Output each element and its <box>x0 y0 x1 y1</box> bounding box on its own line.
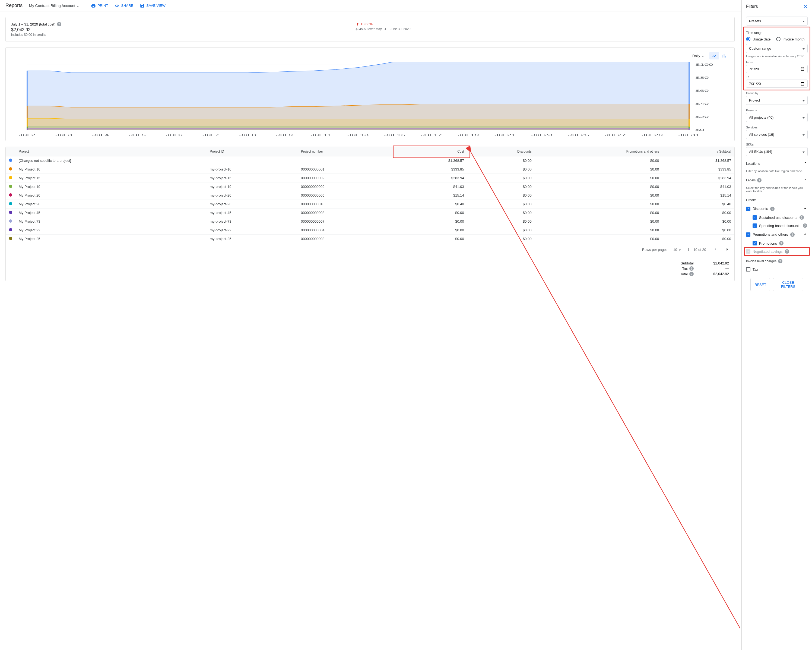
prev-page-button[interactable] <box>713 246 718 253</box>
skus-select[interactable]: All SKUs (194) <box>746 147 807 156</box>
save-view-button[interactable]: SAVE VIEW <box>140 3 166 8</box>
help-icon[interactable]: ? <box>803 223 807 228</box>
granularity-selector[interactable]: Daily <box>692 54 704 58</box>
cell-project-id: my-project-22 <box>206 226 298 235</box>
skus-label: SKUs <box>746 143 807 146</box>
account-selector[interactable]: My Contract Billing Account <box>29 3 79 8</box>
svg-text:Jul 8: Jul 8 <box>240 134 256 136</box>
close-filters-icon[interactable]: ✕ <box>803 3 807 10</box>
subtotal-value: $2,042.92 <box>705 261 729 265</box>
svg-text:Jul 11: Jul 11 <box>311 134 332 136</box>
reset-button[interactable]: RESET <box>750 278 770 291</box>
col-discounts[interactable]: Discounts <box>467 147 535 156</box>
chart-area: $0$20$40$60$80$100Jul 2Jul 3Jul 4Jul 5Ju… <box>11 62 729 138</box>
cell-project-id: my-project-73 <box>206 217 298 226</box>
cell-discounts: $0.00 <box>467 174 535 182</box>
promotions-checkbox[interactable]: Promotions ? <box>752 241 807 245</box>
col-project-number[interactable]: Project number <box>298 147 395 156</box>
from-date-input[interactable]: 7/1/20 <box>746 65 807 73</box>
caret-down-icon <box>77 3 79 8</box>
cell-project: [Charges not specific to a project] <box>15 156 206 165</box>
help-icon[interactable]: ? <box>57 22 61 26</box>
col-project[interactable]: Project <box>15 147 206 156</box>
help-icon[interactable]: ? <box>757 178 762 182</box>
series-swatch <box>9 211 12 214</box>
promotions-others-checkbox[interactable]: Promotions and others ? <box>746 232 795 237</box>
table-row[interactable]: My Project 15 my-project-15 000000000002… <box>6 174 734 182</box>
help-icon[interactable]: ? <box>778 259 782 263</box>
total-label: Total <box>681 272 688 276</box>
cell-cost: $333.85 <box>395 165 467 174</box>
cell-discounts: $0.00 <box>467 235 535 243</box>
table-row[interactable]: My Project 19 my-project-19 000000000009… <box>6 182 734 191</box>
bar-chart-toggle[interactable] <box>719 52 729 60</box>
expand-labels[interactable] <box>803 177 807 182</box>
tax-checkbox[interactable]: Tax <box>746 267 807 272</box>
invoice-charges-label: Invoice level charges <box>746 259 777 263</box>
svg-text:Jul 5: Jul 5 <box>129 134 146 136</box>
discounts-checkbox[interactable]: Discounts ? <box>746 206 775 211</box>
share-button[interactable]: SHARE <box>114 3 133 8</box>
filters-title: Filters <box>746 4 758 9</box>
from-label: From <box>746 61 807 64</box>
close-filters-button[interactable]: CLOSE FILTERS <box>773 278 803 291</box>
cell-subtotal: $0.00 <box>662 226 734 235</box>
cell-cost: $0.00 <box>395 235 467 243</box>
time-range-title: Time range <box>746 31 807 35</box>
svg-text:Jul 13: Jul 13 <box>347 134 369 136</box>
col-subtotal[interactable]: ↓Subtotal <box>662 147 734 156</box>
cell-discounts: $0.00 <box>467 165 535 174</box>
services-select[interactable]: All services (16) <box>746 130 807 139</box>
print-button[interactable]: PRINT <box>91 3 108 8</box>
usage-date-radio[interactable]: Usage date <box>746 37 771 41</box>
to-date-input[interactable]: 7/31/20 <box>746 80 807 88</box>
cell-cost: $41.03 <box>395 182 467 191</box>
tax-label: Tax <box>682 267 688 271</box>
table-row[interactable]: My Project 45 my-project-45 000000000008… <box>6 208 734 217</box>
col-promotions[interactable]: Promotions and others <box>535 147 662 156</box>
table-row[interactable]: [Charges not specific to a project] — $1… <box>6 156 734 165</box>
help-icon[interactable]: ? <box>689 272 694 276</box>
col-project-id[interactable]: Project ID <box>206 147 298 156</box>
group-by-label: Group by <box>746 92 807 95</box>
custom-range-select[interactable]: Custom range <box>746 44 807 53</box>
help-icon[interactable]: ? <box>800 215 804 220</box>
table-row[interactable]: My Project 25 my-project-25 000000000003… <box>6 235 734 243</box>
help-icon[interactable]: ? <box>770 206 775 211</box>
chart-card: Daily $0$20$40$60$80$100Jul 2Jul 3Jul 4J… <box>5 47 735 141</box>
cell-project: My Project 15 <box>15 174 206 182</box>
cell-cost: $0.00 <box>395 217 467 226</box>
presets-select[interactable]: Presets <box>746 17 807 26</box>
col-cost[interactable]: Cost <box>395 147 467 156</box>
series-swatch <box>9 237 12 240</box>
help-icon[interactable]: ? <box>779 241 783 245</box>
cell-discounts: $0.00 <box>467 156 535 165</box>
table-row[interactable]: My Project 26 my-project-26 000000000010… <box>6 200 734 208</box>
table-row[interactable]: My Project 20 my-project-20 000000000006… <box>6 191 734 200</box>
sustained-checkbox[interactable]: Sustained use discounts ? <box>752 215 807 220</box>
collapse-discounts[interactable] <box>803 206 807 211</box>
spending-checkbox[interactable]: Spending based discounts ? <box>752 223 807 228</box>
expand-locations[interactable] <box>803 160 807 166</box>
table-row[interactable]: My Project 22 my-project-22 000000000004… <box>6 226 734 235</box>
rows-per-page-select[interactable]: 10 <box>673 248 681 252</box>
svg-text:$60: $60 <box>696 89 709 92</box>
help-icon[interactable]: ? <box>785 249 789 254</box>
table-row[interactable]: My Project 73 my-project-73 000000000007… <box>6 217 734 226</box>
line-chart-toggle[interactable] <box>710 52 719 60</box>
svg-text:Jul 7: Jul 7 <box>203 134 219 136</box>
caret-down-icon <box>702 54 704 58</box>
table-row[interactable]: My Project 10 my-project-10 000000000001… <box>6 165 734 174</box>
radio-checked-icon <box>746 37 750 41</box>
help-icon[interactable]: ? <box>689 266 694 271</box>
caret-down-icon <box>803 115 805 119</box>
projects-select[interactable]: All projects (40) <box>746 113 807 122</box>
invoice-month-radio[interactable]: Invoice month <box>776 37 805 41</box>
svg-text:Jul 27: Jul 27 <box>605 134 626 136</box>
group-by-select[interactable]: Project <box>746 96 807 105</box>
next-page-button[interactable] <box>725 246 730 253</box>
series-swatch <box>9 185 12 188</box>
help-icon[interactable]: ? <box>790 232 795 237</box>
collapse-promotions[interactable] <box>803 232 807 237</box>
svg-text:Jul 21: Jul 21 <box>495 134 516 136</box>
